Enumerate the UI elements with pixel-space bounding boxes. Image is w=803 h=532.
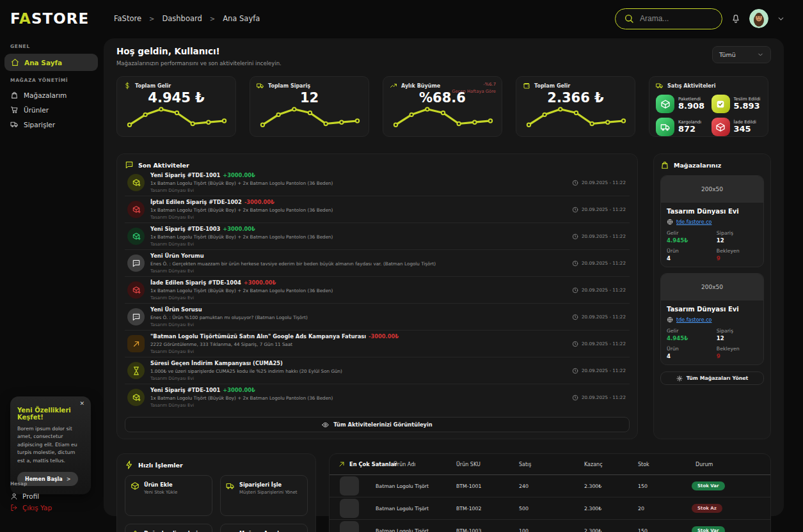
promo-body: Borem ipsum dolor sit amet, consectetur … [17,425,84,465]
chat-icon [127,254,145,272]
stat-card-total-revenue-2: Toplam Gelir 2.366 ₺ [516,76,635,137]
column-header-stock: Stok [638,462,649,467]
sidebar-item-products[interactable]: Ürünler [0,102,102,117]
store-image-placeholder: 200x50 [661,274,763,301]
store-card[interactable]: 200x50 Tasarım Dünyası Evi tde.fastore.c… [660,273,764,365]
sidebar-section-store-management: MAĞAZA YÖNETİMİ [10,77,92,83]
breadcrumb-dashboard[interactable]: Dashboard [162,14,202,23]
close-icon[interactable]: ✕ [79,401,84,407]
store-revenue: 4.945₺ [667,335,714,341]
store-url-link[interactable]: tde.fastore.co [667,317,758,323]
promo-popup: ✕ Yeni Özellikleri Keşfet! Borem ipsum d… [10,396,91,494]
home-icon [11,58,19,66]
package-return-icon [712,118,730,136]
truck-icon [257,82,264,90]
stat-card-total-orders: Toplam Sipariş 12 [250,76,369,137]
activity-timestamp: 20.09.2025 - 11:22 [572,207,626,213]
truck-icon [226,481,235,490]
view-all-activities-button[interactable]: Tüm Aktivitelerinizi Görüntüleyin [125,417,630,432]
activity-timestamp: 20.09.2025 - 11:22 [572,341,626,347]
mini-stat-delivered: Teslim Edildi5.893 [712,95,762,113]
bottom-row: Hızlı İşlemler Ürün EkleYeni Stok Yükle … [116,453,771,532]
product-thumbnail [340,476,359,496]
stat-card-sales-activities: Satış Aktiviteleri Paketlendi8.908 Tesli… [649,76,768,137]
search-input[interactable] [640,14,713,23]
quick-actions-panel: Hızlı İşlemler Ürün EkleYeni Stok Yükle … [116,453,316,532]
eye-icon [322,421,329,428]
sidebar-item-home[interactable]: Ana Sayfa [4,54,98,71]
sidebar-item-logout[interactable]: Çıkış Yap [10,502,93,513]
status-badge: Stok Var [692,481,725,490]
activity-timestamp: 20.09.2025 - 11:22 [572,260,626,267]
activity-row: İptal Edilen Sipariş #TDE-1002-3000.00₺ … [125,196,630,223]
avatar-image [749,9,768,28]
logo-suffix: STORE [31,10,89,27]
column-header-sku: Ürün SKU [456,462,481,467]
store-name: Tasarım Dünyası Evi [667,208,758,215]
clock-icon [572,395,578,401]
activity-amount: -3000.00₺ [369,333,399,340]
table-row: Batman Logolu Tişört BTM-1001 240 2.300₺… [330,475,770,497]
activity-amount: +3000.00₺ [244,279,276,286]
shopping-bag-icon [10,91,19,99]
column-header-name: Ürün Adı [394,462,415,467]
store-pending: 9 [717,353,758,359]
activity-timestamp: 20.09.2025 - 11:22 [572,395,626,401]
sparkline-chart [523,101,630,133]
store-products: 4 [667,255,714,262]
filter-dropdown[interactable]: Tümü [712,46,771,63]
breadcrumb-home[interactable]: FaStore [114,14,141,23]
column-header-sales: Satış [519,462,532,467]
user-avatar[interactable] [749,9,768,28]
sidebar-item-orders[interactable]: Siparişler [0,117,102,132]
sidebar: GENEL Ana Sayfa MAĞAZA YÖNETİMİ Mağazala… [0,37,102,532]
clock-icon [572,368,578,374]
package-plus-icon [127,281,145,299]
sparkline-chart [390,101,497,133]
profile-chevron-down-icon[interactable] [777,15,785,23]
quick-action-store-settings[interactable]: Mağaza AyarlarıHesabınızı Yapılandırın [220,524,308,532]
package-plus-icon [127,389,145,406]
table-header: En Çok Satanlar Ürün Adı Ürün SKU Satış … [330,454,770,475]
mini-stat-shipped: Kargolandı872 [656,118,706,136]
store-url-link[interactable]: tde.fastore.co [667,219,758,225]
gear-icon [676,375,683,382]
chevron-down-icon [757,51,764,58]
top-bar: FASTORE FaStore > Dashboard > Ana Sayfa [0,0,803,37]
clock-icon [572,341,578,347]
middle-row: Son Aktiviteler Yeni Sipariş #TDE-1001+3… [116,153,771,439]
store-revenue: 4.945₺ [667,237,714,244]
sidebar-item-profile[interactable]: Profil [10,490,93,502]
search-bar[interactable] [615,8,722,29]
recent-activities-header: Son Aktiviteler [125,160,630,169]
brand-logo[interactable]: FASTORE [0,10,104,27]
quick-action-view-reviews[interactable]: Değerlendirmeleri GörüntüleKullanıcı Yor… [125,524,212,532]
activity-row: "Batman Logolu Tişörtümüzü Satın Alın" G… [125,331,630,357]
activity-timestamp: 20.09.2025 - 11:22 [572,287,626,293]
quick-action-process-orders[interactable]: Siparişleri İşleMüşteri Siparişlerini Yö… [220,475,308,516]
stat-value: 12 [257,90,362,106]
page: { "brand": {"prefix": "F", "accent": "A"… [0,0,803,532]
activity-timestamp: 20.09.2025 - 11:22 [572,233,626,240]
activity-timestamp: 20.09.2025 - 11:22 [572,368,626,374]
sidebar-item-stores[interactable]: Mağazalarım [0,88,102,102]
store-card[interactable]: 200x50 Tasarım Dünyası Evi tde.fastore.c… [660,175,764,267]
clock-icon [572,260,578,267]
chat-icon [127,308,145,325]
hourglass-icon [127,362,145,379]
stat-card-total-revenue: Toplam Gelir 4.945 ₺ [116,76,236,137]
store-orders: 12 [717,237,758,244]
activity-row: Yeni Ürün Sorusu Enes Ö. : Ürün %100 pam… [125,304,630,331]
table-row: Batman Logolu Tişört BTM-1003 100 2.300₺… [330,520,770,532]
shopping-bag-icon [660,160,669,169]
package-icon [656,95,674,113]
notifications-bell-icon[interactable] [731,13,741,24]
truck-icon [656,118,674,136]
mini-stat-packed: Paketlendi8.908 [656,95,706,113]
trend-chart-icon [127,335,145,352]
package-plus-icon [127,228,145,245]
store-image-placeholder: 200x50 [661,176,763,203]
activity-row: Yeni Sipariş #TDE-1001+3000.00₺ 1x Batma… [125,169,630,196]
manage-all-stores-button[interactable]: Tüm Mağazaları Yönet [660,372,764,385]
quick-action-add-product[interactable]: Ürün EkleYeni Stok Yükle [125,475,212,516]
